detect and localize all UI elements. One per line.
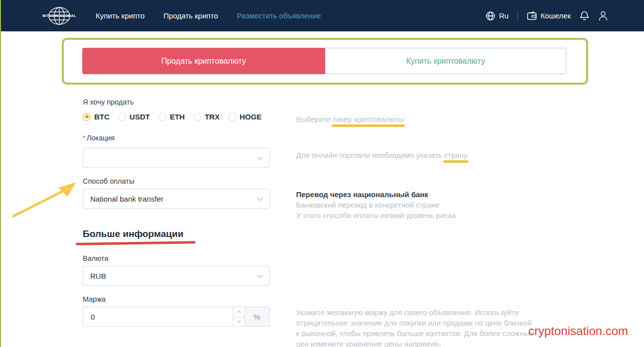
radio-trx[interactable]: TRX [193, 113, 220, 121]
nav-links: Купить крипто Продать крипто Разместить … [96, 0, 321, 31]
wallet-link[interactable]: Кошелек [527, 11, 571, 20]
radio-circle [193, 113, 201, 121]
margin-percent-addon: % [244, 307, 269, 326]
location-country-hint: Для онлайн-торговли необходимо указать с… [296, 151, 468, 159]
chevron-down-icon [257, 156, 263, 160]
nav-link-buy-crypto[interactable]: Купить крипто [96, 11, 145, 20]
yellow-underline-annotation: страну [444, 151, 468, 159]
chevron-down-icon [257, 274, 263, 278]
bell-icon [580, 10, 589, 21]
radio-btc[interactable]: BTC [83, 113, 110, 121]
language-label: Ru [499, 11, 508, 20]
margin-hint: Укажите желаемую маржу для своего объявл… [296, 307, 534, 347]
chevron-down-icon [237, 320, 241, 323]
radio-usdt[interactable]: USDT [118, 113, 150, 121]
radio-circle [118, 113, 126, 121]
location-label: *Локация [83, 134, 115, 142]
navbar: BITCOIN GLOBAL Купить крипто Продать кри… [1, 0, 644, 31]
more-info-heading: Больше информации [83, 229, 183, 239]
currency-label: Валюта [83, 254, 108, 262]
crypto-ticker-hint: Выберите тикер криптовалюты [296, 115, 404, 123]
radio-eth[interactable]: ETH [159, 113, 185, 121]
user-icon [598, 10, 608, 21]
crypto-radio-group: BTC USDT ETH TRX HOGE [83, 113, 262, 121]
margin-input[interactable] [83, 307, 233, 326]
margin-input-group: % [83, 307, 270, 327]
wallet-label: Кошелек [540, 11, 571, 20]
currency-select-value: RUB [90, 272, 106, 280]
radio-circle [159, 113, 166, 121]
logo-text: BITCOIN GLOBAL [42, 13, 77, 18]
payment-method-select[interactable]: National bank transfer [83, 189, 270, 209]
chevron-up-icon [237, 310, 241, 313]
account-button[interactable] [598, 10, 608, 21]
watermark: cryptonisation.com [528, 324, 628, 338]
margin-stepper [233, 307, 244, 326]
stepper-down-button[interactable] [233, 317, 244, 327]
radio-circle [228, 113, 236, 121]
red-underline-annotation [76, 241, 195, 245]
navbar-right: Ru Кошелек [485, 0, 608, 31]
wallet-icon [527, 11, 537, 20]
tab-buy-crypto[interactable]: Купить криптовалюту [325, 48, 566, 74]
yellow-underline-annotation: тикер криптовалюты [332, 115, 404, 123]
nav-link-sell-crypto[interactable]: Продать крипто [163, 11, 218, 20]
payment-info-title: Перевод через национальный банк [296, 190, 428, 199]
payment-method-value: National bank transfer [90, 195, 163, 203]
nav-link-post-ad[interactable]: Разместить объявление [237, 11, 321, 20]
tab-sell-crypto[interactable]: Продать криптовалюту [82, 48, 325, 74]
payment-method-label: Способ оплаты [83, 177, 134, 185]
notifications-button[interactable] [580, 10, 589, 21]
nav-divider [517, 11, 518, 21]
payment-info-line2: У этого способа оплаты низкий уровень ри… [296, 211, 456, 220]
margin-label: Маржа [83, 295, 106, 303]
globe-icon [485, 11, 495, 21]
page: BITCOIN GLOBAL Купить крипто Продать кри… [0, 0, 644, 347]
radio-hoge[interactable]: HOGE [228, 113, 262, 121]
currency-select[interactable]: RUB [83, 266, 270, 286]
logo[interactable]: BITCOIN GLOBAL [42, 4, 77, 27]
location-select[interactable] [83, 148, 270, 168]
sell-section-label: Я хочу продать [83, 98, 134, 106]
payment-info-line1: Банковский перевод в конкретной стране [296, 201, 440, 209]
stepper-up-button[interactable] [233, 307, 244, 317]
radio-circle [83, 113, 91, 121]
chevron-down-icon [257, 197, 263, 201]
required-asterisk: * [83, 134, 86, 142]
language-selector[interactable]: Ru [485, 11, 508, 21]
